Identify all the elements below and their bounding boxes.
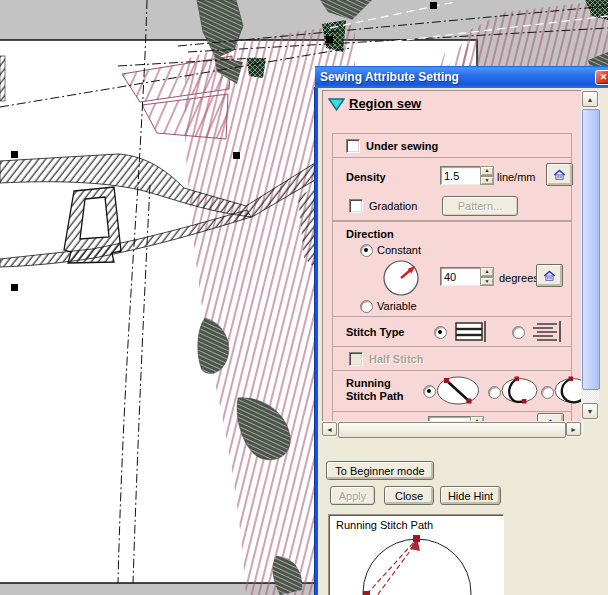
scrollbar-grip [587, 246, 595, 254]
pattern-button[interactable]: Pattern... [442, 196, 518, 216]
spin-down-icon[interactable]: ▼ [480, 277, 494, 287]
home-icon [543, 268, 556, 284]
to-beginner-mode-button[interactable]: To Beginner mode [326, 461, 434, 480]
running-path-label-line1: Running [346, 377, 391, 389]
stitch-type-label: Stitch Type [346, 326, 404, 338]
direction-constant-label: Constant [377, 244, 421, 256]
group-under-sewing: Under sewing [332, 133, 572, 159]
group-stitch-type: Stitch Type [332, 316, 572, 348]
collapse-triangle-icon[interactable] [328, 97, 345, 112]
path-arc-icon[interactable] [500, 376, 539, 405]
sewing-attribute-dialog: Sewing Attribute Setting ✕ Region sew Un… [315, 88, 608, 595]
satin-stitch-icon[interactable] [454, 320, 488, 344]
group-half-stitch: Half Stitch [332, 346, 572, 372]
direction-variable-radio[interactable] [360, 300, 373, 313]
path-straight-icon[interactable] [435, 374, 481, 407]
scroll-left-icon[interactable]: ◄ [322, 422, 337, 436]
direction-variable-label: Variable [377, 300, 417, 312]
group-direction: Direction Constant ▲ ▼ degrees [332, 221, 572, 318]
direction-degrees-input[interactable] [440, 267, 481, 286]
attribute-panel: Region sew Under sewing Density ▲ ▼ line… [322, 90, 583, 437]
direction-default-button[interactable] [536, 264, 563, 287]
home-icon [553, 167, 566, 183]
direction-constant-radio[interactable] [360, 244, 373, 257]
region-sew-header[interactable]: Region sew [349, 96, 421, 111]
density-spinner: ▲ ▼ [480, 166, 494, 185]
hint-diagram [329, 515, 501, 595]
direction-label: Direction [346, 228, 394, 240]
scroll-right-icon[interactable]: ► [566, 422, 581, 436]
under-sewing-checkbox[interactable] [346, 139, 360, 153]
spin-up-icon[interactable]: ▲ [480, 267, 494, 277]
density-default-button[interactable] [546, 163, 573, 186]
scroll-up-icon[interactable]: ▲ [582, 91, 598, 107]
apply-button[interactable]: Apply [330, 486, 375, 505]
density-unit: line/mm [497, 171, 536, 183]
scroll-down-icon[interactable]: ▼ [582, 403, 598, 419]
spin-up-icon[interactable]: ▲ [480, 166, 494, 176]
running-path-label-line2: Stitch Path [346, 390, 403, 402]
vertical-scrollbar-thumb[interactable] [582, 109, 600, 390]
horizontal-scrollbar[interactable]: ◄ ► [322, 421, 581, 437]
gradation-label: Gradation [369, 200, 417, 212]
fill-stitch-icon[interactable] [530, 320, 564, 344]
half-stitch-label: Half Stitch [369, 353, 423, 365]
half-stitch-checkbox[interactable] [349, 352, 363, 366]
direction-unit: degrees [499, 272, 539, 284]
close-button[interactable]: Close [384, 486, 434, 505]
vertical-scrollbar[interactable]: ▲ ▼ [581, 90, 599, 420]
group-density: Density ▲ ▼ line/mm Gradation Pattern... [332, 157, 572, 221]
density-label: Density [346, 171, 386, 183]
stitch-type-fill-radio[interactable] [512, 326, 525, 339]
under-sewing-label: Under sewing [366, 140, 438, 152]
direction-dial[interactable] [382, 259, 420, 297]
direction-spinner: ▲ ▼ [480, 267, 494, 286]
spin-down-icon[interactable]: ▼ [480, 176, 494, 186]
group-running-stitch-path: Running Stitch Path [332, 370, 572, 413]
hide-hint-button[interactable]: Hide Hint [440, 486, 501, 505]
horizontal-scrollbar-thumb[interactable] [338, 422, 566, 438]
close-icon[interactable]: ✕ [595, 70, 608, 85]
hint-panel: Running Stitch Path [328, 514, 504, 595]
gradation-checkbox[interactable] [349, 199, 363, 213]
density-input[interactable] [440, 166, 481, 185]
region-sew-toggle[interactable]: Region sew [328, 95, 478, 113]
stitch-type-satin-radio[interactable] [434, 326, 447, 339]
dialog-title: Sewing Attribute Setting [320, 70, 459, 84]
dialog-titlebar[interactable]: Sewing Attribute Setting ✕ [315, 66, 608, 88]
